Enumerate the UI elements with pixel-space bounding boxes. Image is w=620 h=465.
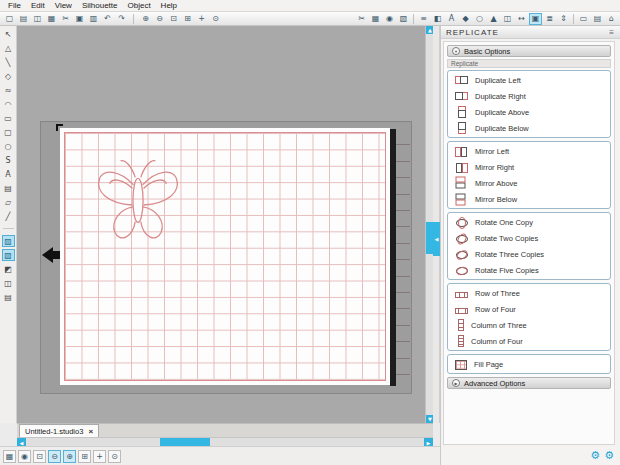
collapse-arrow-icon[interactable]: ▼: [452, 47, 460, 55]
redo-icon[interactable]: ↷: [115, 13, 128, 25]
send-to-silhouette-icon[interactable]: ✂: [355, 13, 368, 25]
canvas-area[interactable]: [17, 26, 425, 423]
column-of-four-button[interactable]: Column of Four: [448, 333, 610, 349]
duplicate-left-button[interactable]: Duplicate Left: [448, 72, 610, 88]
drag-zoom-bottom-icon[interactable]: ⊞: [78, 450, 91, 463]
zoom-out-bottom-icon[interactable]: ⊖: [48, 450, 61, 463]
zoom-in-icon[interactable]: ⊕: [139, 13, 152, 25]
line-style-icon[interactable]: ≡: [417, 13, 430, 25]
store-icon[interactable]: ⌂: [605, 13, 618, 25]
mirror-above-label: Mirror Above: [475, 179, 518, 188]
show-registration-icon[interactable]: ⊡: [33, 450, 46, 463]
mirror-right-button[interactable]: Mirror Right: [448, 159, 610, 175]
page-settings-icon[interactable]: ▦: [369, 13, 382, 25]
menu-view[interactable]: View: [50, 1, 77, 10]
zoom-out-icon[interactable]: ⊖: [153, 13, 166, 25]
fit-page-bottom-icon[interactable]: ⊙: [108, 450, 121, 463]
curve-tool-icon[interactable]: ≈: [2, 84, 15, 96]
fill-panel-icon[interactable]: ▨: [2, 235, 15, 247]
knife-tool-icon[interactable]: ╱: [2, 210, 15, 222]
rotate-two-copies-button[interactable]: Rotate Two Copies: [448, 230, 610, 246]
edit-points-tool-icon[interactable]: △: [2, 42, 15, 54]
copy-icon[interactable]: ▣: [73, 13, 86, 25]
align-icon[interactable]: ≣: [543, 13, 556, 25]
pan-icon[interactable]: +: [195, 13, 208, 25]
layers-panel-icon[interactable]: ◫: [2, 277, 15, 289]
menu-edit[interactable]: Edit: [26, 1, 50, 10]
modify-icon[interactable]: ◫: [501, 13, 514, 25]
trace-icon[interactable]: ▲: [487, 13, 500, 25]
save-icon[interactable]: ◫: [31, 13, 44, 25]
vertical-scrollbar[interactable]: ▲ ▼: [425, 26, 433, 423]
transform-icon[interactable]: ↔: [515, 13, 528, 25]
snap-to-grid-icon[interactable]: ◉: [18, 450, 31, 463]
column-of-three-button[interactable]: Column of Three: [448, 317, 610, 333]
replicate-icon[interactable]: ▣: [529, 13, 542, 25]
rotate-five-copies-button[interactable]: Rotate Five Copies: [448, 262, 610, 278]
butterfly-outline-design[interactable]: [92, 146, 184, 264]
duplicate-right-button[interactable]: Duplicate Right: [448, 88, 610, 104]
preferences-gear-icon[interactable]: ⚙: [590, 449, 600, 462]
advanced-options-header[interactable]: ▶ Advanced Options: [447, 377, 611, 389]
new-document-icon[interactable]: ▢: [3, 13, 16, 25]
close-tab-icon[interactable]: ×: [88, 427, 93, 436]
eraser-tool-icon[interactable]: ▱: [2, 196, 15, 208]
fill-style-icon[interactable]: ◧: [431, 13, 444, 25]
ellipse-tool-icon[interactable]: ○: [2, 140, 15, 152]
mirror-below-button[interactable]: Mirror Below: [448, 191, 610, 207]
object-properties-icon[interactable]: ▭: [577, 13, 590, 25]
freehand-tool-icon[interactable]: S: [2, 154, 15, 166]
duplicate-above-button[interactable]: Duplicate Above: [448, 104, 610, 120]
row-of-four-button[interactable]: Row of Four: [448, 301, 610, 317]
menu-silhouette[interactable]: Silhouette: [77, 1, 123, 10]
menu-help[interactable]: Help: [156, 1, 182, 10]
duplicate-below-button[interactable]: Duplicate Below: [448, 120, 610, 136]
effects-panel-icon[interactable]: ◩: [2, 263, 15, 275]
print-icon[interactable]: ▦: [45, 13, 58, 25]
fit-to-page-icon[interactable]: ⊙: [209, 13, 222, 25]
scale-icon[interactable]: ⇕: [557, 13, 570, 25]
fill-page-button[interactable]: Fill Page: [448, 356, 610, 372]
text-style-icon[interactable]: A: [445, 13, 458, 25]
mirror-left-button[interactable]: Mirror Left: [448, 143, 610, 159]
rotate-three-copies-button[interactable]: Rotate Three Copies: [448, 246, 610, 262]
open-file-icon[interactable]: ▤: [17, 13, 30, 25]
note-tool-icon[interactable]: ▤: [2, 182, 15, 194]
undo-icon[interactable]: ↶: [101, 13, 114, 25]
panel-splitter[interactable]: ◀: [433, 26, 440, 423]
zoom-selection-icon[interactable]: ⊡: [167, 13, 180, 25]
rectangle-tool-icon[interactable]: ▭: [2, 112, 15, 124]
menu-file[interactable]: File: [3, 1, 26, 10]
panel-collapse-grip[interactable]: ◀: [433, 222, 440, 256]
drag-zoom-icon[interactable]: ⊞: [181, 13, 194, 25]
theme-gear-icon[interactable]: ⚙: [604, 449, 614, 462]
zoom-in-bottom-icon[interactable]: ⊕: [63, 450, 76, 463]
paste-icon[interactable]: ▥: [87, 13, 100, 25]
menu-object[interactable]: Object: [122, 1, 155, 10]
pixscan-icon[interactable]: ▧: [397, 13, 410, 25]
select-tool-icon[interactable]: ↖: [2, 28, 15, 40]
offset-icon[interactable]: ○: [473, 13, 486, 25]
rounded-rectangle-tool-icon[interactable]: ▢: [2, 126, 15, 138]
line-tool-icon[interactable]: ╲: [2, 56, 15, 68]
panel-menu-icon[interactable]: ≡: [609, 28, 615, 37]
polygon-tool-icon[interactable]: ◇: [2, 70, 15, 82]
basic-options-header[interactable]: ▼ Basic Options: [447, 45, 611, 57]
row-of-three-button[interactable]: Row of Three: [448, 285, 610, 301]
library-panel-icon[interactable]: ▤: [2, 291, 15, 303]
line-color-panel-icon[interactable]: ▧: [2, 249, 15, 261]
mirror-above-button[interactable]: Mirror Above: [448, 175, 610, 191]
pan-bottom-icon[interactable]: +: [93, 450, 106, 463]
image-effects-icon[interactable]: ◆: [459, 13, 472, 25]
rotate-one-copy-button[interactable]: Rotate One Copy: [448, 214, 610, 230]
library-icon[interactable]: ▤: [591, 13, 604, 25]
horizontal-scrollbar[interactable]: ◀ ▶: [17, 437, 433, 446]
column-of-three-label: Column of Three: [471, 321, 527, 330]
expand-arrow-icon[interactable]: ▶: [452, 379, 460, 387]
arc-tool-icon[interactable]: ◠: [2, 98, 15, 110]
show-grid-icon[interactable]: ▦: [3, 450, 16, 463]
document-tab[interactable]: Untitled-1.studio3 ×: [19, 424, 99, 437]
text-tool-icon[interactable]: A: [2, 168, 15, 180]
registration-marks-icon[interactable]: ◉: [383, 13, 396, 25]
cut-icon[interactable]: ✂: [59, 13, 72, 25]
